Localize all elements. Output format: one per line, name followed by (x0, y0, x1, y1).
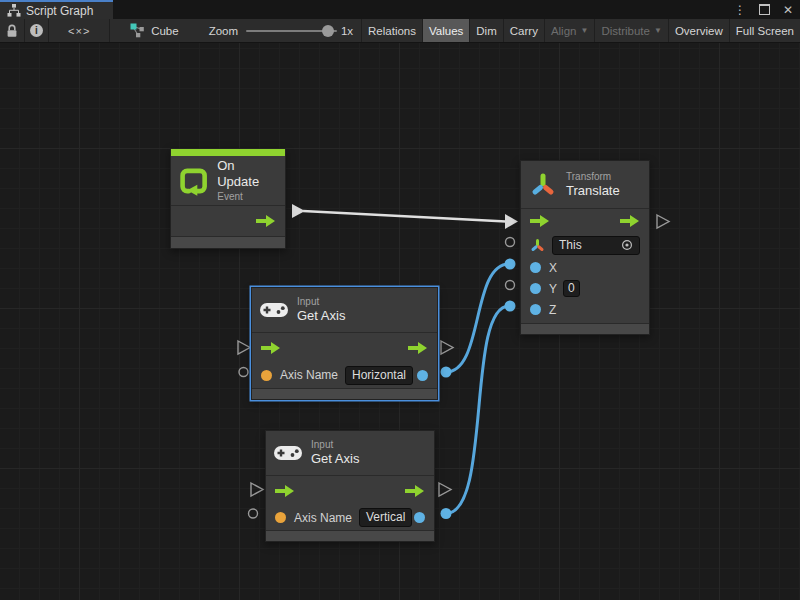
toolbar: i <×> Cube Zoom 1x Relations Values Dim … (0, 19, 800, 43)
node-get-axis-horizontal[interactable]: Input Get Axis Axis Name Horizontal (251, 287, 438, 400)
node-footer (521, 323, 649, 334)
y-port-label: Y (549, 282, 557, 296)
zoom-slider[interactable] (246, 30, 337, 32)
port-out-flow-onupdate[interactable] (292, 204, 305, 218)
align-dropdown[interactable]: Align ▼ (544, 19, 595, 42)
flow-out-arrow-icon[interactable] (620, 215, 640, 227)
values-label: Values (429, 25, 463, 37)
node-get-axis-vertical[interactable]: Input Get Axis Axis Name Vertical (265, 430, 435, 542)
graph-canvas[interactable]: On Update Event Transform Translate (0, 43, 800, 600)
transform-mini-icon[interactable] (530, 238, 545, 253)
graph-target-label: Cube (151, 25, 179, 37)
node-category: Transform (566, 170, 620, 183)
wire-flow-onupdate-translate[interactable] (303, 211, 506, 222)
tab-script-graph[interactable]: Script Graph (0, 0, 113, 19)
align-label: Align (551, 25, 577, 37)
value-out-port-dot[interactable] (414, 512, 425, 523)
carry-label: Carry (510, 25, 538, 37)
y-value-field[interactable]: 0 (563, 280, 580, 297)
lock-icon (6, 24, 18, 38)
x-port-dot[interactable] (530, 262, 541, 273)
embed-code-button[interactable]: <×> (49, 19, 110, 42)
node-footer (252, 388, 437, 399)
port-in-x-translate[interactable] (505, 259, 516, 270)
axis-name-port-dot[interactable] (261, 370, 272, 381)
carry-button[interactable]: Carry (503, 19, 544, 42)
flow-out-arrow-icon[interactable] (405, 485, 425, 497)
distribute-label: Distribute (601, 25, 650, 37)
value-out-port-dot[interactable] (417, 370, 428, 381)
close-icon[interactable]: ✕ (783, 4, 793, 16)
overview-label: Overview (675, 25, 723, 37)
menu-icon[interactable]: ⋮ (734, 4, 746, 16)
port-in-flow-getaxis-h[interactable] (238, 341, 250, 354)
gamepad-icon (273, 443, 303, 463)
node-footer (266, 530, 434, 541)
values-button[interactable]: Values (422, 19, 469, 42)
node-category: Input (297, 295, 345, 308)
chevron-down-icon: ▼ (580, 26, 588, 35)
node-category: Input (311, 438, 359, 451)
port-in-z-translate[interactable] (505, 301, 516, 312)
dim-label: Dim (476, 25, 496, 37)
relations-label: Relations (368, 25, 416, 37)
chevron-down-icon: ▼ (654, 26, 662, 35)
full-screen-button[interactable]: Full Screen (729, 19, 800, 42)
z-port-dot[interactable] (530, 304, 541, 315)
gamepad-icon (259, 300, 289, 320)
axis-name-field[interactable]: Vertical (359, 508, 412, 527)
event-strip (171, 149, 285, 156)
relations-button[interactable]: Relations (361, 19, 422, 42)
zoom-slider-handle[interactable] (322, 25, 334, 37)
transform-icon (528, 170, 558, 200)
distribute-dropdown[interactable]: Distribute ▼ (594, 19, 668, 42)
dim-button[interactable]: Dim (469, 19, 502, 42)
port-in-axisname-getaxis-h[interactable] (239, 368, 248, 377)
tab-title: Script Graph (26, 4, 93, 18)
code-icon: <×> (68, 25, 90, 37)
port-out-value-getaxis-v[interactable] (441, 508, 452, 519)
info-icon: i (30, 24, 43, 37)
node-title: Get Axis (311, 451, 359, 467)
node-subtitle: Event (217, 190, 275, 203)
port-in-target-translate[interactable] (506, 238, 515, 247)
port-in-axisname-getaxis-v[interactable] (249, 509, 258, 518)
x-port-label: X (549, 261, 557, 275)
flow-out-arrow-icon[interactable] (408, 342, 428, 354)
wire-horizontal-to-x[interactable] (446, 264, 509, 372)
node-title: Get Axis (297, 308, 345, 324)
node-on-update[interactable]: On Update Event (170, 148, 286, 249)
loop-event-icon (178, 164, 209, 198)
flow-in-arrow-icon[interactable] (261, 342, 281, 354)
axis-name-label: Axis Name (280, 368, 338, 382)
port-in-flow-getaxis-v[interactable] (251, 483, 263, 496)
graph-target[interactable]: Cube (130, 19, 179, 42)
object-picker-icon[interactable] (621, 239, 633, 251)
title-bar: Script Graph ⋮ ✕ (0, 0, 800, 19)
flow-out-arrow-icon[interactable] (256, 215, 276, 227)
port-in-flow-translate[interactable] (505, 214, 518, 229)
port-out-flow-getaxis-h[interactable] (441, 341, 453, 354)
axis-name-field[interactable]: Horizontal (345, 366, 413, 385)
flow-in-arrow-icon[interactable] (530, 215, 550, 227)
lock-button[interactable] (0, 19, 25, 42)
inspect-button[interactable]: i (25, 19, 50, 42)
maximize-icon[interactable] (759, 4, 770, 15)
wire-vertical-to-z[interactable] (446, 306, 509, 514)
overview-button[interactable]: Overview (668, 19, 729, 42)
node-title: On Update (217, 158, 275, 191)
z-port-label: Z (549, 303, 556, 317)
flow-in-arrow-icon[interactable] (275, 485, 295, 497)
zoom-label: Zoom (209, 19, 238, 42)
full-screen-label: Full Screen (736, 25, 794, 37)
port-out-flow-getaxis-v[interactable] (439, 483, 451, 496)
this-field[interactable]: This (552, 236, 640, 255)
axis-name-port-dot[interactable] (275, 512, 286, 523)
port-out-flow-translate[interactable] (657, 215, 669, 228)
node-translate[interactable]: Transform Translate This (520, 160, 650, 335)
graph-target-icon (130, 23, 145, 38)
node-footer (171, 236, 285, 248)
port-in-y-translate[interactable] (506, 281, 515, 290)
y-port-dot[interactable] (530, 283, 541, 294)
port-out-value-getaxis-h[interactable] (441, 367, 452, 378)
